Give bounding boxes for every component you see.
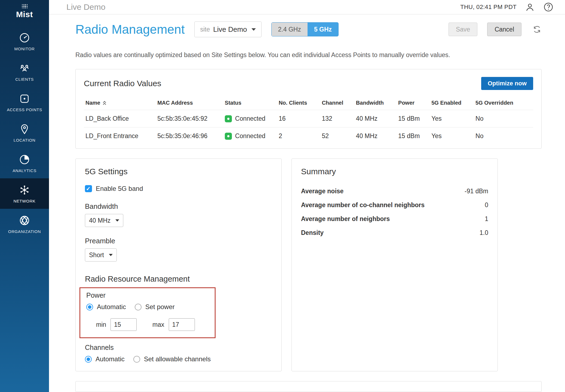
- mist-logo-dots-icon: [19, 4, 30, 9]
- sidebar-item-label: NETWORK: [14, 199, 36, 203]
- radio-unselected-icon[interactable]: [133, 356, 140, 363]
- card-title: Current Radio Values: [84, 79, 161, 88]
- column-header-channel[interactable]: Channel: [320, 95, 354, 110]
- power-mode-radio-group: Automatic Set power: [86, 303, 209, 311]
- summary-value: 1: [485, 215, 488, 223]
- location-pin-icon: [19, 123, 30, 135]
- sidebar-item-clients[interactable]: CLIENTS: [0, 57, 49, 87]
- card-title: 5G Settings: [85, 167, 272, 176]
- enable-5g-checkbox-row[interactable]: Enable 5G band: [85, 185, 272, 192]
- band-24ghz-button[interactable]: 2.4 GHz: [272, 23, 308, 36]
- status-connected-icon: [225, 133, 232, 140]
- ap-mac: 5c:5b:35:0e:45:92: [156, 110, 223, 127]
- clients-icon: [19, 62, 30, 74]
- cancel-button[interactable]: Cancel: [487, 23, 521, 36]
- power-set-label[interactable]: Set power: [145, 303, 175, 311]
- ap-power: 15 dBm: [397, 127, 430, 145]
- channels-label: Channels: [85, 344, 272, 351]
- table-row[interactable]: LD_Back Office 5c:5b:35:0e:45:92 Connect…: [84, 110, 533, 127]
- sidebar-item-access-points[interactable]: ACCESS POINTS: [0, 87, 49, 117]
- settings-summary-row: 5G Settings Enable 5G band Bandwidth 40 …: [75, 158, 542, 371]
- sort-ascending-icon: [102, 101, 107, 105]
- bandwidth-label: Bandwidth: [85, 202, 272, 211]
- sidebar-item-organization[interactable]: ORGANIZATION: [0, 209, 49, 239]
- summary-value: 0: [485, 201, 488, 209]
- column-header-bandwidth[interactable]: Bandwidth: [354, 95, 397, 110]
- power-automatic-label[interactable]: Automatic: [97, 303, 126, 311]
- radio-selected-icon[interactable]: [85, 356, 92, 363]
- mist-logo[interactable]: Mist: [0, 0, 49, 22]
- table-row[interactable]: LD_Front Entrance 5c:5b:35:0e:46:96 Conn…: [84, 127, 533, 145]
- radio-selected-icon[interactable]: [86, 304, 93, 310]
- pie-chart-icon: [19, 154, 30, 166]
- summary-label: Average noise: [301, 188, 343, 195]
- current-radio-values-card: Current Radio Values Optimize now Name: [75, 69, 542, 149]
- ap-5g-overridden: No: [474, 110, 533, 127]
- ap-clients: 2: [277, 127, 320, 145]
- summary-card: Summary Average noise -91 dBm Average nu…: [291, 158, 498, 371]
- preamble-select[interactable]: Short: [85, 248, 117, 262]
- help-icon[interactable]: [543, 2, 554, 12]
- network-hub-icon: [19, 184, 30, 196]
- column-header-name[interactable]: Name: [84, 95, 156, 110]
- sidebar-item-location[interactable]: LOCATION: [0, 117, 49, 148]
- status-connected-icon: [225, 115, 232, 122]
- max-power-input[interactable]: [169, 318, 195, 331]
- power-annotation-highlight: Power Automatic Set power min max: [79, 287, 216, 338]
- column-header-status[interactable]: Status: [223, 95, 277, 110]
- summary-row: Average number of co-channel neighbors 0: [301, 198, 488, 212]
- channels-set-label[interactable]: Set allowable channels: [144, 355, 211, 363]
- summary-row: Average noise -91 dBm: [301, 184, 488, 198]
- max-label: max: [152, 321, 164, 328]
- user-account-icon[interactable]: [525, 2, 535, 12]
- preamble-select-value: Short: [89, 251, 104, 259]
- min-power-input[interactable]: [110, 318, 137, 331]
- page-toolbar: Radio Management site Live Demo 2.4 GHz …: [75, 21, 542, 37]
- optimize-now-button[interactable]: Optimize now: [481, 77, 533, 90]
- sidebar-item-label: LOCATION: [14, 138, 35, 142]
- power-minmax-row: min max: [86, 318, 209, 331]
- ap-status: Connected: [223, 127, 277, 145]
- page-title: Radio Management: [75, 22, 185, 37]
- column-header-mac[interactable]: MAC Address: [156, 95, 223, 110]
- summary-value: -91 dBm: [465, 188, 488, 195]
- sidebar-item-label: ACCESS POINTS: [7, 107, 42, 112]
- column-header-5g-enabled[interactable]: 5G Enabled: [430, 95, 474, 110]
- column-header-power[interactable]: Power: [397, 95, 430, 110]
- save-button[interactable]: Save: [449, 23, 477, 36]
- sidebar-item-label: ORGANIZATION: [8, 229, 41, 234]
- access-point-icon: [19, 93, 30, 105]
- topbar-right: THU, 02:41 PM PDT: [460, 2, 554, 12]
- card-title: Summary: [301, 167, 488, 176]
- sidebar-item-label: CLIENTS: [15, 77, 34, 82]
- ap-5g-enabled: Yes: [430, 127, 474, 145]
- site-select-value: Live Demo: [213, 25, 247, 34]
- enable-5g-label: Enable 5G band: [96, 185, 143, 192]
- sidebar-item-monitor[interactable]: MONITOR: [0, 26, 49, 57]
- refresh-icon[interactable]: [532, 25, 542, 34]
- ap-name[interactable]: LD_Front Entrance: [84, 127, 156, 145]
- checkbox-checked-icon[interactable]: [85, 185, 92, 192]
- topbar: Live Demo THU, 02:41 PM PDT: [49, 0, 565, 14]
- ap-clients: 16: [277, 110, 320, 127]
- sidebar-item-analytics[interactable]: ANALYTICS: [0, 148, 49, 178]
- app: Mist MONITOR CLIENTS ACCESS POINT: [0, 0, 565, 392]
- summary-row: Average number of neighbors 1: [301, 212, 488, 226]
- content: Radio Management site Live Demo 2.4 GHz …: [49, 14, 565, 392]
- ap-channel: 52: [320, 127, 354, 145]
- bandwidth-select[interactable]: 40 MHz: [85, 214, 123, 227]
- summary-label: Average number of neighbors: [301, 215, 390, 223]
- ap-power: 15 dBm: [397, 110, 430, 127]
- radio-unselected-icon[interactable]: [135, 304, 142, 310]
- main: Live Demo THU, 02:41 PM PDT Radio Manage…: [49, 0, 565, 392]
- chevron-down-icon: [109, 254, 113, 256]
- column-header-5g-overridden[interactable]: 5G Overridden: [474, 95, 533, 110]
- column-header-clients[interactable]: No. Clients: [277, 95, 320, 110]
- channels-automatic-label[interactable]: Automatic: [96, 355, 125, 363]
- band-5ghz-button[interactable]: 5 GHz: [308, 23, 338, 36]
- sidebar-item-network[interactable]: NETWORK: [0, 178, 49, 209]
- chevron-down-icon: [251, 28, 256, 31]
- ap-bandwidth: 40 MHz: [354, 110, 397, 127]
- site-select-dropdown[interactable]: site Live Demo: [194, 21, 261, 37]
- ap-name[interactable]: LD_Back Office: [84, 110, 156, 127]
